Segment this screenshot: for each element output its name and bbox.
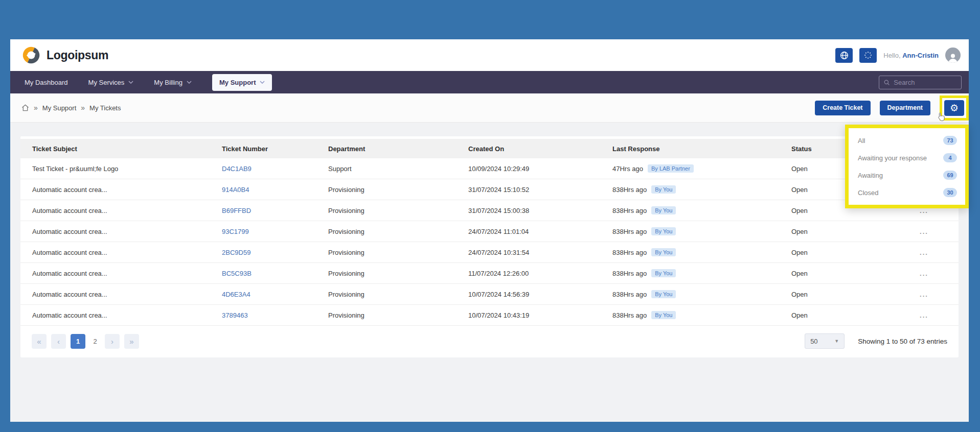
cell-ticket-number[interactable]: 93C1799: [222, 228, 328, 235]
home-icon[interactable]: [21, 104, 29, 111]
cell-last-response: 838Hrs ago By You: [612, 227, 791, 235]
row-actions-button[interactable]: ...: [890, 311, 959, 319]
column-header-ticket-number: Ticket Number: [222, 145, 328, 153]
table-row[interactable]: Automatic account crea... B69FFBD Provis…: [20, 200, 959, 221]
prev-page-button[interactable]: ‹: [51, 334, 66, 349]
nav-item-label: My Support: [219, 79, 256, 86]
cell-department: Provisioning: [328, 207, 468, 214]
screen: Logoipsum: [0, 0, 980, 432]
last-response-time: 838Hrs ago: [612, 228, 647, 235]
cell-created-on: 10/07/2024 10:43:19: [468, 311, 612, 319]
nav-item-label: My Billing: [154, 79, 183, 86]
breadcrumb-my-tickets[interactable]: My Tickets: [89, 104, 121, 112]
table-row[interactable]: Automatic account crea... 3789463 Provis…: [20, 305, 959, 326]
table-row[interactable]: Automatic account crea... 4D6E3A4 Provis…: [20, 284, 959, 305]
filter-item-awaiting-your-response[interactable]: Awaiting your response 4: [849, 149, 965, 166]
cell-department: Provisioning: [328, 270, 468, 277]
count-badge: 4: [943, 153, 957, 162]
cell-last-response: 838Hrs ago By You: [612, 269, 791, 277]
search-box: [879, 76, 962, 89]
page-size-select[interactable]: 50 ▼: [805, 333, 845, 349]
cell-ticket-number[interactable]: 4D6E3A4: [222, 291, 328, 298]
filter-item-closed[interactable]: Closed 30: [849, 184, 965, 201]
count-badge: 30: [943, 188, 957, 197]
pager: « ‹ 1 2 › »: [32, 334, 139, 349]
cell-ticket-subject: Automatic account crea...: [20, 291, 222, 298]
count-badge: 69: [943, 171, 957, 180]
cell-ticket-number[interactable]: D4C1AB9: [222, 165, 328, 173]
settings-button[interactable]: ⚙: [944, 100, 964, 116]
cell-ticket-subject: Automatic account crea...: [20, 311, 222, 319]
chevron-down-icon: [187, 81, 192, 84]
filter-label: Awaiting your response: [858, 154, 927, 162]
column-header-created-on: Created On: [468, 145, 612, 153]
app-header: Logoipsum: [10, 39, 969, 71]
region-button[interactable]: [859, 48, 877, 63]
cell-status: Open: [791, 249, 890, 256]
nav-item-my-dashboard[interactable]: My Dashboard: [25, 79, 68, 86]
main-nav: My Dashboard My Services My Billing My S…: [10, 71, 969, 93]
responder-badge: By You: [651, 269, 676, 277]
cell-ticket-subject: Automatic account crea...: [20, 249, 222, 256]
cell-ticket-subject: Automatic account crea...: [20, 207, 222, 214]
cell-last-response: 838Hrs ago By You: [612, 311, 791, 319]
row-actions-button[interactable]: ...: [890, 249, 959, 256]
toolbar: » My Support » My Tickets Create Ticket …: [10, 93, 969, 123]
row-actions-button[interactable]: ...: [890, 228, 959, 235]
avatar[interactable]: [945, 47, 961, 63]
cell-department: Provisioning: [328, 249, 468, 256]
status-filter-dropdown: All 73 Awaiting your response 4 Awaiting…: [845, 125, 969, 208]
cell-department: Support: [328, 165, 468, 173]
nav-item-label: My Services: [88, 79, 125, 86]
cell-status: Open: [791, 311, 890, 319]
nav-item-label: My Dashboard: [25, 79, 68, 86]
column-header-department: Department: [328, 145, 468, 153]
cell-department: Provisioning: [328, 311, 468, 319]
filter-label: All: [858, 137, 865, 145]
brand-name: Logoipsum: [47, 49, 108, 62]
search-input[interactable]: [894, 79, 956, 86]
last-page-button[interactable]: »: [124, 334, 139, 349]
create-ticket-button[interactable]: Create Ticket: [815, 101, 870, 115]
cell-ticket-subject: Automatic account crea...: [20, 270, 222, 277]
cell-ticket-number[interactable]: 2BC9D59: [222, 249, 328, 256]
table-row[interactable]: Automatic account crea... 914A0B4 Provis…: [20, 179, 959, 200]
last-response-time: 838Hrs ago: [612, 270, 647, 277]
next-page-button[interactable]: ›: [105, 334, 120, 349]
nav-item-my-billing[interactable]: My Billing: [154, 79, 192, 86]
breadcrumb-separator: »: [34, 104, 38, 112]
table-row[interactable]: Automatic account crea... 93C1799 Provis…: [20, 221, 959, 242]
last-response-time: 838Hrs ago: [612, 207, 647, 214]
cell-department: Provisioning: [328, 228, 468, 235]
cell-created-on: 24/07/2024 10:31:54: [468, 249, 612, 256]
person-icon: [947, 53, 959, 63]
filter-item-all[interactable]: All 73: [849, 132, 965, 149]
page-button-2[interactable]: 2: [90, 334, 100, 349]
table-row[interactable]: Test Ticket - pr&uuml;fe Logo D4C1AB9 Su…: [20, 158, 959, 179]
responder-badge: By You: [651, 311, 676, 319]
language-button[interactable]: [835, 48, 853, 63]
cell-last-response: 838Hrs ago By You: [612, 290, 791, 298]
page-button-1[interactable]: 1: [71, 334, 85, 349]
first-page-button[interactable]: «: [32, 334, 47, 349]
cell-ticket-number[interactable]: B69FFBD: [222, 207, 328, 214]
user-greeting: Hello, Ann-Cristin: [883, 52, 939, 59]
row-actions-button[interactable]: ...: [890, 270, 959, 277]
row-actions-button[interactable]: ...: [890, 291, 959, 298]
cell-ticket-number[interactable]: 3789463: [222, 311, 328, 319]
cell-ticket-number[interactable]: BC5C93B: [222, 270, 328, 277]
last-response-time: 47Hrs ago: [612, 165, 643, 173]
column-header-last-response: Last Response: [612, 145, 791, 153]
nav-item-my-support[interactable]: My Support: [212, 74, 272, 91]
table-row[interactable]: Automatic account crea... BC5C93B Provis…: [20, 263, 959, 284]
table-row[interactable]: Automatic account crea... 2BC9D59 Provis…: [20, 242, 959, 263]
cell-ticket-number[interactable]: 914A0B4: [222, 186, 328, 194]
brand-logo: Logoipsum: [21, 45, 108, 65]
nav-item-my-services[interactable]: My Services: [88, 79, 134, 86]
filter-label: Awaiting: [858, 172, 883, 179]
cell-department: Provisioning: [328, 291, 468, 298]
chevron-down-icon: [128, 81, 133, 84]
filter-item-awaiting[interactable]: Awaiting 69: [849, 166, 965, 184]
breadcrumb-my-support[interactable]: My Support: [42, 104, 76, 112]
department-button[interactable]: Department: [880, 101, 930, 115]
